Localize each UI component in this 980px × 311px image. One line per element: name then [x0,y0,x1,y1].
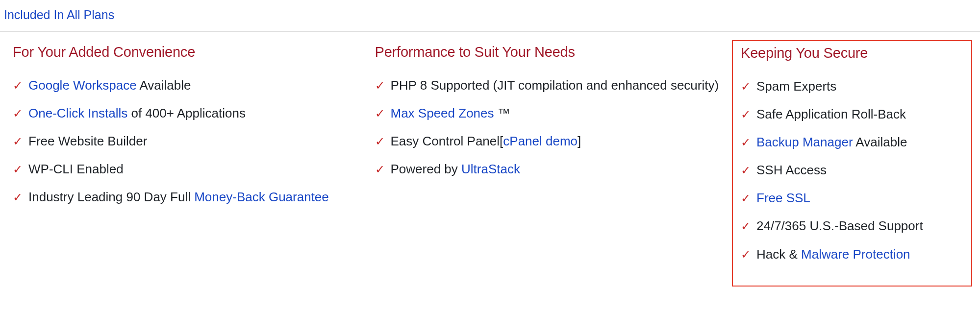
check-icon: ✓ [13,190,23,205]
feature-text: Hack & Malware Protection [756,246,959,263]
feature-text: PHP 8 Supported (JIT compilation and enh… [391,77,721,94]
check-icon: ✓ [13,106,23,121]
page-title: Included In All Plans [0,0,980,31]
feature-text-part: 24/7/365 U.S.-Based Support [756,218,923,233]
feature-item: ✓PHP 8 Supported (JIT compilation and en… [375,77,721,94]
feature-text: 24/7/365 U.S.-Based Support [756,217,959,235]
feature-text: Safe Application Roll-Back [756,106,959,123]
check-icon: ✓ [741,163,751,178]
feature-item: ✓Hack & Malware Protection [741,246,959,263]
check-icon: ✓ [375,106,385,121]
feature-text-part: of 400+ Applications [127,106,246,120]
feature-item: ✓Industry Leading 90 Day Full Money-Back… [13,189,358,206]
feature-text: Google Workspace Available [28,77,358,94]
column-title: For Your Added Convenience [13,44,358,60]
feature-text-part: SSH Access [756,163,827,177]
feature-text: Spam Experts [756,78,959,95]
feature-list: ✓Google Workspace Available✓One-Click In… [13,77,358,206]
feature-item: ✓Powered by UltraStack [375,161,721,178]
check-icon: ✓ [13,78,23,94]
feature-text: Industry Leading 90 Day Full Money-Back … [28,189,358,206]
check-icon: ✓ [13,134,23,149]
check-icon: ✓ [741,135,751,150]
feature-text: One-Click Installs of 400+ Applications [28,105,358,122]
feature-text-part: ™ [494,106,510,120]
check-icon: ✓ [375,134,385,149]
feature-text-part: Available [137,78,191,93]
feature-item: ✓Max Speed Zones ™ [375,105,721,122]
feature-column: Performance to Suit Your Needs✓PHP 8 Sup… [370,40,732,196]
feature-text-part: Easy Control Panel[ [391,134,503,148]
feature-item: ✓SSH Access [741,162,959,179]
feature-text-part: Safe Application Roll-Back [756,107,906,121]
feature-text: Free Website Builder [28,133,358,150]
feature-link[interactable]: Malware Protection [801,247,910,262]
feature-link[interactable]: Money-Back Guarantee [194,190,329,204]
feature-text-part: Free Website Builder [28,134,147,148]
feature-item: ✓WP-CLI Enabled [13,161,358,178]
feature-item: ✓Free SSL [741,190,959,207]
feature-link[interactable]: Max Speed Zones [391,106,494,120]
feature-link[interactable]: UltraStack [461,162,520,176]
feature-link[interactable]: cPanel demo [503,134,578,148]
check-icon: ✓ [375,162,385,177]
feature-text-part: Available [853,135,907,149]
feature-column: For Your Added Convenience✓Google Worksp… [8,40,370,224]
feature-text-part: Powered by [391,162,462,176]
feature-text-part: Industry Leading 90 Day Full [28,190,194,204]
check-icon: ✓ [741,79,751,95]
feature-item: ✓Easy Control Panel[cPanel demo] [375,133,721,150]
feature-item: ✓Safe Application Roll-Back [741,106,959,123]
feature-item: ✓Backup Manager Available [741,134,959,151]
feature-text: WP-CLI Enabled [28,161,358,178]
feature-item: ✓Free Website Builder [13,133,358,150]
feature-text-part: Hack & [756,247,801,262]
feature-column: Keeping You Secure✓Spam Experts✓Safe App… [732,40,972,287]
feature-item: ✓Spam Experts [741,78,959,95]
check-icon: ✓ [13,162,23,177]
divider [0,31,980,31]
feature-link[interactable]: One-Click Installs [28,106,127,120]
feature-text: SSH Access [756,162,959,179]
feature-text: Backup Manager Available [756,134,959,151]
feature-text: Powered by UltraStack [391,161,721,178]
feature-link[interactable]: Google Workspace [28,78,137,93]
feature-list: ✓Spam Experts✓Safe Application Roll-Back… [741,78,959,263]
feature-text: Easy Control Panel[cPanel demo] [391,133,721,150]
feature-link[interactable]: Free SSL [756,191,810,205]
feature-text: Max Speed Zones ™ [391,105,721,122]
feature-text-part: WP-CLI Enabled [28,162,124,176]
check-icon: ✓ [741,191,751,206]
feature-text: Free SSL [756,190,959,207]
check-icon: ✓ [741,247,751,263]
check-icon: ✓ [741,218,751,234]
feature-item: ✓One-Click Installs of 400+ Applications [13,105,358,122]
check-icon: ✓ [741,107,751,122]
column-title: Performance to Suit Your Needs [375,44,721,60]
feature-link[interactable]: Backup Manager [756,135,853,149]
check-icon: ✓ [375,78,385,94]
feature-item: ✓Google Workspace Available [13,77,358,94]
feature-list: ✓PHP 8 Supported (JIT compilation and en… [375,77,721,178]
feature-text-part: ] [578,134,581,148]
feature-columns: For Your Added Convenience✓Google Worksp… [0,40,980,301]
feature-item: ✓24/7/365 U.S.-Based Support [741,217,959,235]
feature-text-part: PHP 8 Supported (JIT compilation and enh… [391,78,719,93]
column-title: Keeping You Secure [741,45,959,61]
feature-text-part: Spam Experts [756,79,836,94]
